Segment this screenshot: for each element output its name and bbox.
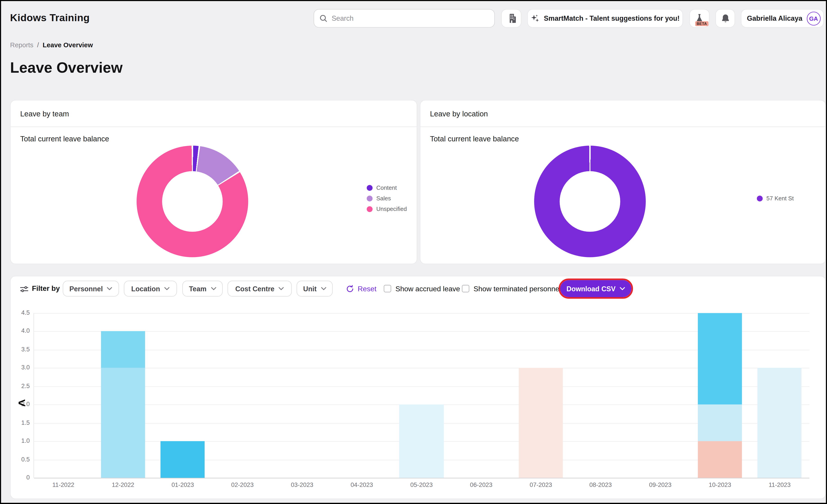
search-icon xyxy=(320,14,327,22)
chevron-down-icon xyxy=(211,287,216,290)
reset-filters-button[interactable]: Reset xyxy=(346,281,376,297)
bar-stack xyxy=(758,368,801,478)
leave-chart-card: Filter by Personnel Location Team Cost C… xyxy=(10,276,826,499)
bar-stack xyxy=(399,404,443,478)
bar-stack xyxy=(101,331,145,478)
bar-column xyxy=(34,313,93,478)
search-input[interactable] xyxy=(332,14,489,22)
legend-item: Content xyxy=(367,184,407,191)
leave-by-location-donut-chart xyxy=(534,146,646,257)
y-axis-label: 3.0 xyxy=(14,364,30,370)
legend-item: Sales xyxy=(367,195,407,201)
bar-column xyxy=(451,313,511,478)
location-filter-dropdown[interactable]: Location xyxy=(124,281,177,297)
legend-label: Content xyxy=(376,184,397,191)
y-axis-label: 0 xyxy=(14,474,30,481)
donut-hole xyxy=(162,171,223,232)
bar-column xyxy=(631,313,690,478)
app-window: Kidows Training SmartMatch - Talent xyxy=(1,1,826,503)
x-axis-label: 10-2023 xyxy=(690,482,750,488)
show-terminated-personnel-checkbox[interactable] xyxy=(462,285,469,292)
download-csv-label: Download CSV xyxy=(566,285,616,292)
labs-beta-button[interactable]: BETA xyxy=(689,9,710,28)
cost-centre-filter-dropdown[interactable]: Cost Centre xyxy=(228,281,292,297)
team-filter-dropdown[interactable]: Team xyxy=(182,281,223,297)
dropdown-label: Team xyxy=(189,285,206,292)
leave-by-location-subtitle: Total current leave balance xyxy=(430,134,519,143)
page-title: Leave Overview xyxy=(10,59,123,77)
sparkles-icon xyxy=(531,14,540,23)
show-accrued-leave-checkbox-group[interactable]: Show accrued leave xyxy=(384,281,460,297)
bar-column xyxy=(272,313,332,478)
legend-dot-content xyxy=(367,185,373,191)
bar-column xyxy=(332,313,392,478)
smartmatch-button[interactable]: SmartMatch - Talent suggestions for you! xyxy=(527,9,683,28)
y-axis-label: 2.5 xyxy=(14,383,30,389)
bar-segment xyxy=(101,331,145,368)
leave-by-team-card-title: Leave by team xyxy=(11,100,417,127)
legend-dot-57-kent-st xyxy=(757,195,763,201)
bell-icon xyxy=(721,13,730,23)
y-axis-label: 1.0 xyxy=(14,438,30,444)
bar-segment xyxy=(161,441,205,478)
bar-stack xyxy=(519,368,563,478)
bar-segment xyxy=(698,404,742,441)
bar-column xyxy=(93,313,153,478)
leave-by-location-card: Leave by location Total current leave ba… xyxy=(420,100,826,264)
bar-segment xyxy=(698,441,742,478)
smartmatch-label: SmartMatch - Talent suggestions for you! xyxy=(544,14,680,22)
notifications-button[interactable] xyxy=(715,9,735,28)
legend-dot-sales xyxy=(367,195,373,201)
chevron-down-icon xyxy=(321,287,326,290)
x-axis-label: 12-2022 xyxy=(93,482,153,488)
y-axis-label: 3.5 xyxy=(14,346,30,352)
x-axis-label: 11-2023 xyxy=(750,482,810,488)
dropdown-label: Unit xyxy=(303,285,317,292)
leave-by-location-legend: 57 Kent St xyxy=(757,195,794,201)
user-menu-button[interactable]: Gabriella Alicaya GA xyxy=(741,9,824,28)
app-name: Kidows Training xyxy=(10,12,90,24)
company-button[interactable] xyxy=(501,9,522,28)
x-axis-label: 05-2023 xyxy=(392,482,451,488)
y-axis-label: 4.0 xyxy=(14,328,30,334)
personnel-filter-dropdown[interactable]: Personnel xyxy=(63,281,119,297)
breadcrumb-reports-link[interactable]: Reports xyxy=(10,41,33,49)
search-box[interactable] xyxy=(313,9,495,28)
x-axis-label: 07-2023 xyxy=(511,482,571,488)
bar-stack xyxy=(161,441,205,478)
leave-by-location-card-title: Leave by location xyxy=(421,100,825,127)
legend-dot-unspecified xyxy=(367,206,373,212)
chevron-down-icon xyxy=(620,287,625,290)
bar-column xyxy=(153,313,212,478)
bar-segment xyxy=(758,368,801,478)
unit-filter-dropdown[interactable]: Unit xyxy=(297,281,333,297)
filter-by-label: Filter by xyxy=(32,284,60,292)
bar-column xyxy=(392,313,451,478)
leave-by-team-legend: Content Sales Unspecified xyxy=(367,184,407,212)
chevron-down-icon xyxy=(279,287,284,290)
dropdown-label: Cost Centre xyxy=(235,285,275,292)
filter-icon xyxy=(19,285,29,294)
bar-chart-columns xyxy=(34,313,810,478)
bar-column xyxy=(750,313,810,478)
show-accrued-leave-checkbox[interactable] xyxy=(384,285,391,292)
reset-label: Reset xyxy=(358,285,376,292)
beta-badge: BETA xyxy=(695,21,709,26)
show-terminated-personnel-label: Show terminated personnel xyxy=(474,285,561,292)
leave-by-team-donut-chart xyxy=(137,146,248,257)
show-terminated-personnel-checkbox-group[interactable]: Show terminated personnel xyxy=(462,281,561,297)
legend-label: Unspecified xyxy=(376,206,407,212)
bar-column xyxy=(571,313,630,478)
bar-column xyxy=(511,313,571,478)
avatar: GA xyxy=(807,11,820,25)
x-axis-label: 09-2023 xyxy=(631,482,690,488)
leave-by-team-subtitle: Total current leave balance xyxy=(20,134,109,143)
breadcrumb-separator: / xyxy=(37,41,39,49)
bar-column xyxy=(690,313,750,478)
x-axis-label: 11-2022 xyxy=(34,482,93,488)
legend-label: 57 Kent St xyxy=(767,195,794,201)
chevron-down-icon xyxy=(107,287,112,290)
bar-segment xyxy=(698,313,742,405)
scroll-left-chevron-icon[interactable]: < xyxy=(18,396,26,409)
download-csv-button[interactable]: Download CSV xyxy=(560,280,631,297)
